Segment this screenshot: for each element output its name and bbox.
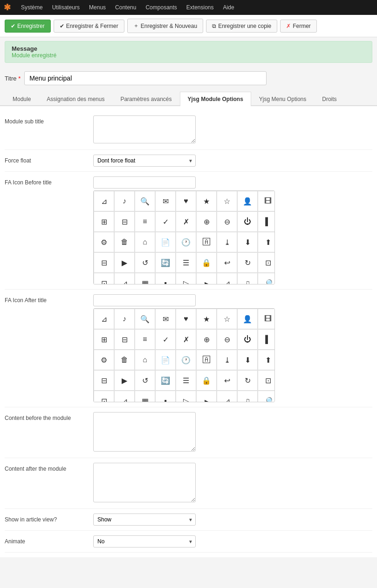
icon-cell[interactable]: ▷ (176, 273, 196, 284)
icon-cell[interactable]: 🎞 (258, 309, 274, 329)
close-button[interactable]: ✗ Fermer (280, 20, 317, 33)
icon-cell[interactable]: ⊡ (258, 252, 274, 273)
icon-cell[interactable]: ⊞ (94, 329, 114, 350)
nav-extensions[interactable]: Extensions (182, 0, 219, 15)
icon-cell[interactable]: 🔄 (155, 370, 176, 391)
icon-cell[interactable]: ⤓ (217, 350, 237, 370)
icon-cell[interactable]: ✉ (155, 191, 176, 211)
icon-cell[interactable]: ★ (196, 191, 217, 211)
icon-cell[interactable]: ↺ (135, 252, 155, 273)
icon-cell[interactable]: ↩ (217, 370, 237, 391)
icon-cell[interactable]: ⊖ (217, 211, 237, 232)
icon-cell[interactable]: ✓ (155, 329, 176, 350)
icon-cell[interactable]: ▌ (258, 329, 274, 350)
icon-cell[interactable]: ♥ (176, 191, 196, 211)
icon-cell[interactable]: 🕐 (176, 350, 196, 370)
icon-cell[interactable]: 🄰 (196, 232, 217, 252)
icon-cell[interactable]: ☆ (217, 309, 237, 329)
tab-droits[interactable]: Droits (314, 92, 344, 106)
icon-cell[interactable]: ✓ (155, 211, 176, 232)
icon-cell[interactable]: 👤 (237, 309, 258, 329)
icon-cell[interactable]: ☰ (176, 370, 196, 391)
icon-cell[interactable]: 🗑 (114, 232, 135, 252)
animate-select[interactable]: No Yes (93, 535, 196, 547)
icon-cell[interactable]: ▪ (155, 391, 176, 402)
icon-cell[interactable]: ⊕ (196, 329, 217, 350)
icon-cell[interactable]: ▷ (176, 391, 196, 402)
icon-cell[interactable]: ⊞ (94, 211, 114, 232)
icon-cell[interactable]: ✗ (176, 329, 196, 350)
icon-cell[interactable]: 📄 (155, 350, 176, 370)
show-in-article-select[interactable]: Show Hide (93, 514, 196, 526)
tab-yjsg-module[interactable]: Yjsg Module Options (180, 92, 251, 106)
save-button[interactable]: ✔ Enregistrer (5, 20, 51, 33)
module-sub-title-input[interactable] (93, 115, 196, 143)
icon-cell[interactable]: ⏻ (237, 211, 258, 232)
icon-cell[interactable]: 🔄 (155, 252, 176, 273)
icon-cell[interactable]: 🕐 (176, 232, 196, 252)
fa-icon-after-input[interactable] (93, 294, 196, 306)
icon-cell[interactable]: ⬆ (258, 232, 274, 252)
content-after-input[interactable] (93, 463, 196, 502)
fa-icon-before-input[interactable] (93, 176, 196, 189)
icon-cell[interactable]: ⊟ (94, 370, 114, 391)
tab-module[interactable]: Module (5, 92, 39, 106)
icon-cell[interactable]: ⊟ (114, 329, 135, 350)
icon-cell[interactable]: ⊿ (94, 309, 114, 329)
icon-cell[interactable]: 🗑 (114, 350, 135, 370)
icon-cell[interactable]: 👤 (237, 191, 258, 211)
icon-cell[interactable]: ☆ (217, 191, 237, 211)
icon-cell[interactable]: ⚙ (94, 232, 114, 252)
icon-cell[interactable]: ≡ (135, 329, 155, 350)
icon-cell[interactable]: 🔍 (135, 309, 155, 329)
icon-cell[interactable]: ↺ (135, 370, 155, 391)
nav-contenu[interactable]: Contenu (110, 0, 141, 15)
icon-cell[interactable]: ♪ (114, 191, 135, 211)
icon-cell[interactable]: ⊡ (94, 273, 114, 284)
icon-cell[interactable]: 🔎 (258, 391, 274, 402)
icon-cell[interactable]: ↻ (237, 370, 258, 391)
tab-yjsg-menu[interactable]: Yjsg Menu Options (251, 92, 314, 106)
nav-systeme[interactable]: Système (16, 0, 48, 15)
icon-cell[interactable]: ⤓ (217, 232, 237, 252)
tab-assignation[interactable]: Assignation des menus (39, 92, 112, 106)
icon-cell[interactable]: ⊡ (94, 391, 114, 402)
icon-cell[interactable]: ♫ (237, 391, 258, 402)
icon-cell[interactable]: ★ (196, 309, 217, 329)
tab-parametres[interactable]: Paramètres avancés (112, 92, 179, 106)
icon-cell[interactable]: ↩ (217, 252, 237, 273)
icon-cell[interactable]: ↻ (237, 252, 258, 273)
icon-cell[interactable]: ⊟ (94, 252, 114, 273)
save-copy-button[interactable]: ⧉ Enregistrer une copie (206, 20, 277, 33)
icon-cell[interactable]: ⏻ (237, 329, 258, 350)
icon-cell[interactable]: ⬆ (258, 350, 274, 370)
icon-cell[interactable]: ✉ (155, 309, 176, 329)
fa-icon-after-grid-scroll[interactable]: ⊿♪🔍✉♥★☆👤🎞⊞⊟≡✓✗⊕⊖⏻▌⚙🗑⌂📄🕐🄰⤓⬇⬆⊟▶↺🔄☰🔒↩↻⊡⊡⊿▦▪… (94, 309, 274, 402)
icon-cell[interactable]: ⊟ (114, 211, 135, 232)
icon-cell[interactable]: ⌂ (135, 350, 155, 370)
icon-cell[interactable]: ⊕ (196, 211, 217, 232)
icon-cell[interactable]: ⊿ (114, 391, 135, 402)
icon-cell[interactable]: ⊿ (94, 191, 114, 211)
icon-cell[interactable]: ✗ (176, 211, 196, 232)
icon-cell[interactable]: ♥ (176, 309, 196, 329)
nav-composants[interactable]: Composants (141, 0, 181, 15)
nav-menus[interactable]: Menus (84, 0, 110, 15)
icon-cell[interactable]: ⊖ (217, 329, 237, 350)
content-before-input[interactable] (93, 412, 196, 452)
icon-cell[interactable]: ⊿ (114, 273, 135, 284)
icon-cell[interactable]: ⊿ (217, 273, 237, 284)
force-float-select[interactable]: Dont force float Left Right None (93, 155, 196, 167)
title-input[interactable] (24, 71, 267, 85)
icon-cell[interactable]: ▦ (135, 391, 155, 402)
icon-cell[interactable]: ⬇ (237, 232, 258, 252)
icon-cell[interactable]: 🔒 (196, 370, 217, 391)
icon-cell[interactable]: ⊡ (258, 370, 274, 391)
icon-cell[interactable]: ▌ (258, 211, 274, 232)
icon-cell[interactable]: ⌂ (135, 232, 155, 252)
icon-cell[interactable]: ♪ (114, 309, 135, 329)
icon-cell[interactable]: 📄 (155, 232, 176, 252)
nav-aide[interactable]: Aide (219, 0, 239, 15)
icon-cell[interactable]: ▸ (196, 391, 217, 402)
nav-utilisateurs[interactable]: Utilisateurs (48, 0, 84, 15)
